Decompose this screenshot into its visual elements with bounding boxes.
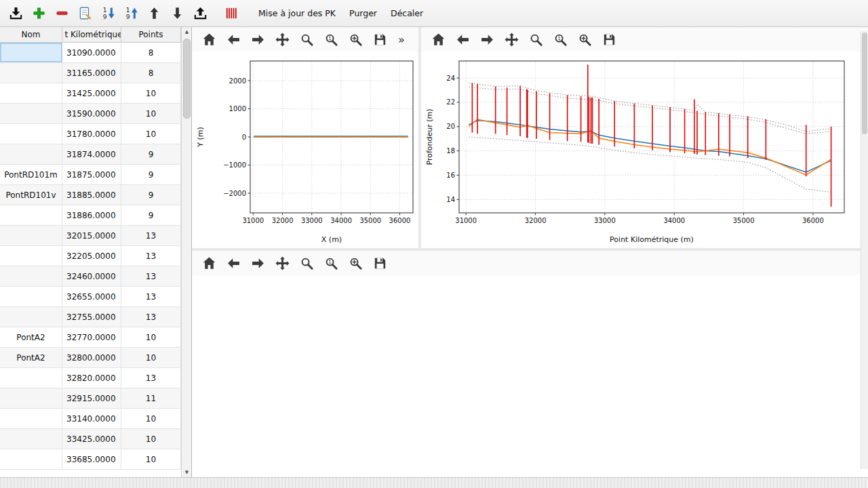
cell-points[interactable]: 9: [121, 165, 181, 184]
cell-nom[interactable]: [0, 226, 62, 245]
scroll-up-icon[interactable]: ▲: [182, 27, 191, 37]
cell-nom[interactable]: PontRD101v: [0, 185, 62, 205]
cell-point-kilometrique[interactable]: 31090.0000: [62, 43, 121, 62]
cell-nom[interactable]: [0, 246, 62, 266]
cell-point-kilometrique[interactable]: 32655.0000: [62, 287, 121, 306]
cell-point-kilometrique[interactable]: 32460.0000: [62, 266, 121, 286]
home-button[interactable]: [200, 254, 218, 272]
cell-point-kilometrique[interactable]: 31165.0000: [62, 63, 121, 83]
table-scrollbar[interactable]: ▲ ▼: [181, 27, 191, 477]
cell-nom[interactable]: [0, 266, 62, 286]
forward-button[interactable]: [249, 30, 267, 48]
cell-point-kilometrique[interactable]: 31780.0000: [62, 124, 121, 144]
cell-points[interactable]: 10: [121, 104, 181, 123]
sort-asc-button[interactable]: [121, 3, 141, 24]
back-button[interactable]: [224, 30, 242, 48]
cell-points[interactable]: 13: [121, 287, 181, 306]
zoom-button[interactable]: [298, 30, 315, 48]
cell-point-kilometrique[interactable]: 32015.0000: [62, 226, 121, 245]
save-button[interactable]: [371, 254, 389, 272]
zoom-one-button[interactable]: [322, 254, 340, 272]
toolbar-overflow-chevron[interactable]: »: [398, 33, 405, 46]
profile-plot-canvas[interactable]: 3100032000330003400035000360001416182022…: [421, 52, 868, 248]
cell-nom[interactable]: [0, 409, 62, 428]
cell-nom[interactable]: [0, 307, 62, 327]
back-button[interactable]: [454, 30, 471, 48]
cell-nom[interactable]: [0, 368, 62, 388]
cell-points[interactable]: 9: [121, 144, 181, 164]
save-button[interactable]: [371, 30, 389, 48]
move-up-button[interactable]: [144, 3, 164, 24]
cell-point-kilometrique[interactable]: 32755.0000: [62, 307, 121, 327]
cell-point-kilometrique[interactable]: 33685.0000: [62, 449, 121, 469]
save-button[interactable]: [600, 30, 618, 48]
cell-point-kilometrique[interactable]: 32820.0000: [62, 368, 121, 388]
cell-points[interactable]: 10: [121, 348, 181, 367]
col-header-point-kilometrique[interactable]: t Kilométrique: [62, 27, 121, 42]
cell-point-kilometrique[interactable]: 33140.0000: [62, 409, 121, 428]
bottom-plot-canvas[interactable]: [192, 275, 868, 477]
cell-points[interactable]: 9: [121, 205, 181, 225]
add-button[interactable]: [28, 3, 49, 24]
cell-points[interactable]: 13: [121, 368, 181, 388]
cell-point-kilometrique[interactable]: 31875.0000: [62, 165, 121, 184]
cell-nom[interactable]: [0, 124, 62, 144]
pan-button[interactable]: [502, 30, 520, 48]
forward-button[interactable]: [249, 254, 267, 272]
scrollbar-thumb[interactable]: [183, 39, 191, 119]
col-header-points[interactable]: Points: [121, 27, 181, 42]
cell-points[interactable]: 10: [121, 449, 181, 469]
cell-nom[interactable]: [0, 43, 62, 62]
export-button[interactable]: [190, 3, 210, 24]
cell-points[interactable]: 13: [121, 307, 181, 327]
cell-points[interactable]: 10: [121, 124, 181, 144]
col-header-nom[interactable]: Nom: [0, 27, 62, 42]
cell-points[interactable]: 13: [121, 226, 181, 245]
scroll-down-icon[interactable]: ▼: [182, 468, 191, 477]
zoom-button[interactable]: [298, 254, 315, 272]
cell-nom[interactable]: PontRD101m: [0, 165, 62, 184]
cell-nom[interactable]: [0, 83, 62, 103]
cell-nom[interactable]: PontA2: [0, 348, 62, 367]
pan-button[interactable]: [273, 30, 291, 48]
cell-point-kilometrique[interactable]: 31886.0000: [62, 205, 121, 225]
cell-points[interactable]: 11: [121, 388, 181, 408]
cell-point-kilometrique[interactable]: 32205.0000: [62, 246, 121, 266]
zoom-one-button[interactable]: [551, 30, 569, 48]
cell-nom[interactable]: [0, 449, 62, 469]
right-scrollbar[interactable]: [861, 31, 868, 469]
zoom-rect-button[interactable]: [347, 30, 364, 48]
home-button[interactable]: [200, 30, 218, 48]
cell-point-kilometrique[interactable]: 31874.0000: [62, 144, 121, 164]
cell-point-kilometrique[interactable]: 32915.0000: [62, 388, 121, 408]
cell-points[interactable]: 8: [121, 63, 181, 83]
cell-points[interactable]: 13: [121, 246, 181, 266]
edit-list-button[interactable]: [75, 3, 95, 24]
mise-a-jour-pk-button[interactable]: Mise à jour des PK: [252, 5, 342, 22]
zoom-button[interactable]: [527, 30, 545, 48]
sort-desc-button[interactable]: [98, 3, 118, 24]
zoom-one-button[interactable]: [322, 30, 340, 48]
cell-points[interactable]: 9: [121, 185, 181, 205]
cell-point-kilometrique[interactable]: 31425.0000: [62, 83, 121, 103]
cell-nom[interactable]: [0, 144, 62, 164]
cell-points[interactable]: 8: [121, 43, 181, 62]
cell-points[interactable]: 10: [121, 429, 181, 449]
cell-nom[interactable]: [0, 63, 62, 83]
red-stripes-button[interactable]: [221, 3, 241, 24]
right-scrollbar-thumb[interactable]: [862, 33, 867, 134]
zoom-rect-button[interactable]: [576, 30, 593, 48]
cell-nom[interactable]: [0, 429, 62, 449]
forward-button[interactable]: [478, 30, 496, 48]
purger-button[interactable]: Purger: [343, 5, 383, 22]
import-button[interactable]: [5, 3, 26, 24]
cell-nom[interactable]: [0, 388, 62, 408]
cell-point-kilometrique[interactable]: 32800.0000: [62, 348, 121, 367]
cell-nom[interactable]: [0, 104, 62, 123]
cell-point-kilometrique[interactable]: 33425.0000: [62, 429, 121, 449]
move-down-button[interactable]: [167, 3, 187, 24]
cell-points[interactable]: 10: [121, 327, 181, 347]
xy-plot-canvas[interactable]: 310003200033000340003500036000−2000−1000…: [192, 52, 418, 248]
cell-nom[interactable]: [0, 205, 62, 225]
cell-nom[interactable]: [0, 287, 62, 306]
